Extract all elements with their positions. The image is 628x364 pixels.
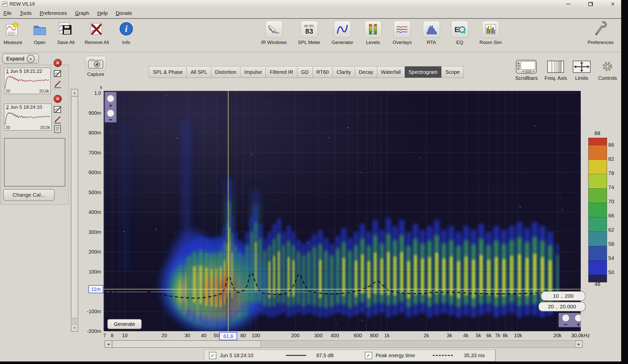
ir-windows-icon (265, 20, 283, 39)
horizontal-scrollbar[interactable]: ◀ ▶ (104, 340, 583, 348)
notes-measurement-2-button[interactable] (53, 125, 62, 133)
tab-gd[interactable]: GD (297, 66, 312, 78)
trace-color-measurement-2-button[interactable] (53, 115, 62, 124)
close-button[interactable]: ✕ (609, 1, 617, 7)
tab-spl-phase[interactable]: SPL & Phase (149, 66, 186, 78)
menu-graph[interactable]: Graph (75, 10, 89, 16)
change-cal-button[interactable]: Change Cal... (3, 189, 55, 201)
info-icon: i (119, 20, 133, 39)
menu-donate[interactable]: Donate (116, 10, 132, 16)
limits-icon (572, 59, 591, 74)
menu-preferences[interactable]: Preferences (40, 10, 67, 16)
preferences-button[interactable]: Preferences (588, 20, 614, 45)
delete-measurement-2-button[interactable]: ✕ (53, 95, 62, 103)
freq-axis-button[interactable]: Freq. Axis (545, 59, 567, 81)
zoom-out-x-button (562, 314, 569, 322)
ir-windows-button[interactable]: IR Windows (261, 20, 287, 45)
app-window: REW V5,19 ✕ FileToolsPreferencesGraphHel… (0, 0, 621, 361)
measurement-thumbnail-1[interactable]: 1Jun 5 18:21:22 20 20,0k (4, 68, 51, 94)
edit-measurement-1-button[interactable] (53, 69, 62, 78)
screen-bezel (621, 0, 628, 364)
measure-icon (5, 20, 20, 39)
tab-waterfall[interactable]: Waterfall (377, 66, 405, 78)
x-tick-label: 8k (503, 333, 508, 338)
vertical-scroll-thumb[interactable] (71, 96, 78, 318)
trace-color-measurement-1-button[interactable] (53, 80, 62, 88)
restore-button[interactable] (587, 1, 594, 7)
controls-button[interactable]: Controls (598, 59, 617, 81)
levels-label: Levels (366, 40, 380, 45)
colorbar-min-label: 48 (588, 281, 606, 287)
x-tick-label: 800 (370, 333, 378, 338)
x-tick-label: 200 (291, 333, 299, 338)
minimize-button[interactable] (564, 1, 572, 7)
graph-tabs: SPL & PhaseAll SPLDistortionImpulseFilte… (149, 66, 464, 78)
horizontal-scroll-thumb[interactable] (112, 340, 261, 348)
tab-rt60[interactable]: RT60 (312, 66, 333, 78)
tab-spectrogram[interactable]: Spectrogram (405, 66, 442, 78)
remove-all-label: Remove All (85, 40, 109, 45)
generator-button[interactable]: Generator (331, 20, 353, 45)
edit-measurement-2-button[interactable] (53, 105, 62, 114)
colorbar-tick-label: 62 (608, 227, 614, 233)
info-button[interactable]: i Info (119, 20, 133, 45)
y-tick-label: 1,0 (79, 90, 101, 96)
open-button[interactable]: Open (32, 20, 47, 45)
preferences-label: Preferences (588, 40, 614, 45)
x-tick-label: 300 (314, 333, 323, 338)
scroll-right-button[interactable]: ▶ (575, 340, 582, 348)
legend-measurement-label: Jun 5 18:24:10 (220, 353, 271, 358)
camera-icon (86, 56, 106, 71)
zoom-in-x-button (575, 314, 581, 322)
tab-filtered-ir[interactable]: Filtered IR (266, 66, 297, 78)
generate-button[interactable]: Generate (107, 319, 142, 329)
scrollbars-button[interactable]: Scrollbars (515, 59, 538, 81)
chevrons-right-icon: » (27, 55, 35, 63)
delete-measurement-1-button[interactable]: ✕ (53, 59, 62, 67)
tab-clarity[interactable]: Clarity (332, 66, 355, 78)
time-range-button[interactable]: 10 .. 200 (541, 291, 585, 301)
capture-button[interactable]: Capture (83, 56, 108, 77)
peak-energy-checkbox[interactable]: ✓ (365, 352, 372, 359)
colorbar-tick-label: 78 (608, 170, 614, 176)
y-tick-label: 700m (79, 150, 101, 155)
tab-all-spl[interactable]: All SPL (186, 66, 211, 78)
eq-button[interactable]: E EQ (451, 20, 468, 45)
scroll-up-button[interactable]: ▲ (71, 89, 78, 96)
remove-all-button[interactable]: Remove All (85, 20, 109, 45)
y-tick-label: 300m (79, 229, 101, 235)
overlays-button[interactable]: Overlays (393, 20, 412, 45)
save-all-button[interactable]: Save All (57, 20, 75, 45)
vertical-scrollbar[interactable]: ▲ ▼ (71, 89, 78, 332)
tab-decay[interactable]: Decay (355, 66, 377, 78)
colorbar-tick-label: 66 (608, 213, 614, 219)
rta-button[interactable]: RTA (423, 20, 440, 45)
freq-range-button[interactable]: 20 .. 20.000 (538, 302, 585, 311)
overlays-label: Overlays (393, 40, 412, 45)
x-tick-label: 1k (384, 333, 390, 338)
colorbar-segment (589, 203, 607, 217)
measurement-thumbnail-2[interactable]: 2Jun 5 18:24:10 20 20,0k (4, 104, 52, 130)
levels-button[interactable]: 0 3 6 9 Levels (364, 20, 382, 45)
limits-button[interactable]: Limits (572, 59, 591, 81)
menu-file[interactable]: File (4, 10, 12, 16)
scroll-left-button[interactable]: ◀ (105, 340, 112, 348)
legend-peak-label: Peak energy time (376, 353, 420, 358)
measure-button[interactable]: Measure (4, 20, 22, 45)
spectrogram-plot[interactable] (104, 91, 581, 331)
room-sim-button[interactable]: Room Sim (479, 20, 502, 45)
colorbar-tick-label: 82 (608, 156, 614, 162)
x-tick-label: 8 (111, 333, 113, 338)
tab-distortion[interactable]: Distortion (211, 66, 240, 78)
spl-meter-button[interactable]: dB SPL 83 SPL Meter (298, 20, 320, 45)
svg-text:3: 3 (372, 27, 373, 30)
legend-peak-value: 35,33 ms (464, 353, 495, 358)
menu-help[interactable]: Help (97, 10, 108, 16)
x-tick-label: 3k (447, 333, 452, 338)
expand-button[interactable]: Expand » (2, 54, 39, 64)
measurement-visibility-checkbox[interactable]: ✓ (209, 352, 216, 359)
tab-impulse[interactable]: Impulse (240, 66, 266, 78)
menu-tools[interactable]: Tools (20, 10, 32, 16)
tab-scope[interactable]: Scope (441, 66, 464, 78)
scroll-down-button[interactable]: ▼ (71, 324, 78, 331)
